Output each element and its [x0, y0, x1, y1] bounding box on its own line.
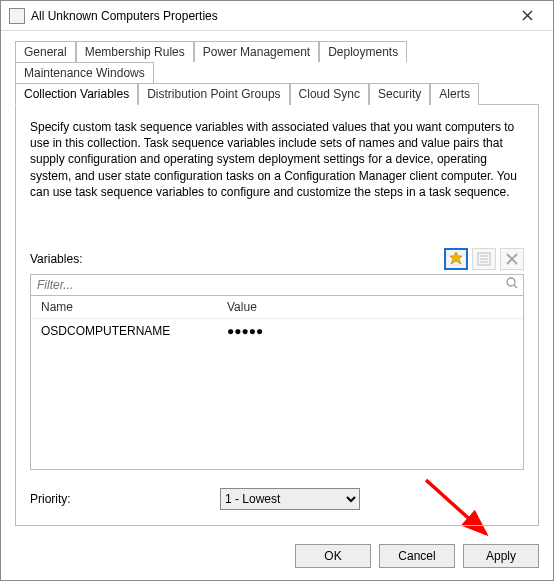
cancel-button[interactable]: Cancel: [379, 544, 455, 568]
table-row[interactable]: OSDCOMPUTERNAME ●●●●●: [31, 319, 523, 343]
priority-select[interactable]: 1 - Lowest: [220, 488, 360, 510]
titlebar: All Unknown Computers Properties: [1, 1, 553, 31]
tab-row-1: General Membership Rules Power Managemen…: [15, 41, 539, 83]
description-text: Specify custom task sequence variables w…: [30, 119, 524, 200]
variables-label: Variables:: [30, 252, 444, 266]
svg-point-9: [507, 278, 515, 286]
properties-icon: [476, 251, 492, 267]
tab-row-2: Collection Variables Distribution Point …: [15, 83, 539, 105]
client-area: General Membership Rules Power Managemen…: [1, 31, 553, 534]
new-variable-button[interactable]: [444, 248, 468, 270]
delete-variable-button[interactable]: [500, 248, 524, 270]
edit-variable-button[interactable]: [472, 248, 496, 270]
dialog-button-bar: OK Cancel Apply: [1, 534, 553, 580]
tab-collection-variables[interactable]: Collection Variables: [15, 83, 138, 105]
cell-name: OSDCOMPUTERNAME: [31, 319, 217, 343]
priority-label: Priority:: [30, 492, 220, 506]
tab-deployments[interactable]: Deployments: [319, 41, 407, 62]
tab-cloud-sync[interactable]: Cloud Sync: [290, 83, 369, 105]
tab-general[interactable]: General: [15, 41, 76, 62]
tab-security[interactable]: Security: [369, 83, 430, 105]
variables-grid[interactable]: Name Value OSDCOMPUTERNAME ●●●●●: [30, 296, 524, 470]
tab-alerts[interactable]: Alerts: [430, 83, 479, 105]
close-button[interactable]: [507, 2, 547, 30]
cell-value: ●●●●●: [217, 319, 523, 343]
grid-header: Name Value: [31, 296, 523, 319]
search-icon: [505, 276, 519, 293]
variables-header-row: Variables:: [30, 248, 524, 270]
window-title: All Unknown Computers Properties: [31, 9, 507, 23]
priority-row: Priority: 1 - Lowest: [30, 488, 524, 510]
tab-panel: Specify custom task sequence variables w…: [15, 104, 539, 526]
tab-membership-rules[interactable]: Membership Rules: [76, 41, 194, 62]
tab-maintenance-windows[interactable]: Maintenance Windows: [15, 62, 154, 83]
column-value[interactable]: Value: [217, 296, 523, 318]
variables-toolbar: [444, 248, 524, 270]
ok-button[interactable]: OK: [295, 544, 371, 568]
apply-button[interactable]: Apply: [463, 544, 539, 568]
dialog-window: All Unknown Computers Properties General…: [0, 0, 554, 581]
column-name[interactable]: Name: [31, 296, 217, 318]
system-icon: [9, 8, 25, 24]
tab-distribution-point-groups[interactable]: Distribution Point Groups: [138, 83, 289, 105]
filter-input[interactable]: [35, 277, 505, 293]
tab-power-management[interactable]: Power Management: [194, 41, 319, 62]
svg-line-10: [514, 285, 517, 288]
delete-icon: [505, 252, 519, 266]
close-icon: [522, 10, 533, 21]
new-starburst-icon: [448, 251, 464, 267]
svg-marker-2: [450, 252, 462, 264]
filter-box[interactable]: [30, 274, 524, 296]
